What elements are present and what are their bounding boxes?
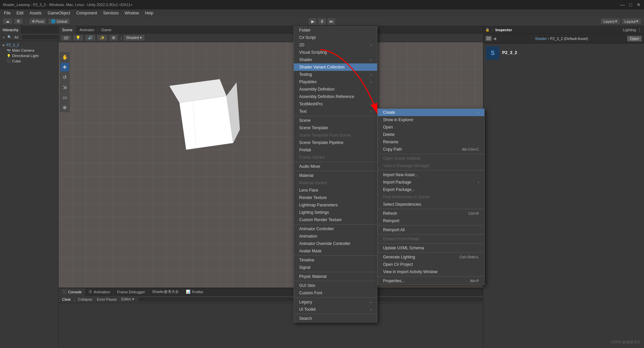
ctx-item-assembly-definition-reference[interactable]: Assembly Definition Reference [294, 93, 377, 100]
rotate-tool[interactable]: ↺ [60, 72, 69, 82]
minimize-button[interactable]: — [620, 2, 625, 7]
all-filter[interactable]: All [13, 35, 19, 40]
maximize-button[interactable]: □ [628, 2, 633, 7]
tab-animator[interactable]: Animator [76, 26, 98, 34]
tab-profiler[interactable]: 📊 Profiler [182, 288, 207, 296]
ctx-item-legacy[interactable]: Legacy› [294, 298, 377, 306]
ctx-item-r-import-new-asset---[interactable]: Import New Asset... [378, 171, 484, 179]
ctx-item-r-export-package---[interactable]: Export Package... [378, 186, 484, 193]
ctx-item-folder[interactable]: Folder [294, 27, 377, 34]
ctx-item-material[interactable]: Material [294, 172, 377, 179]
ctx-item-r-properties---[interactable]: Properties...Alt+P [378, 277, 484, 285]
ctx-item-r-import-package[interactable]: Import Package› [378, 179, 484, 186]
ctx-item-lens-flare[interactable]: Lens Flare [294, 187, 377, 194]
collapse-button[interactable]: Collapse [76, 297, 94, 302]
tab-shader-ref[interactable]: Shader参考大全 [149, 288, 182, 296]
global-button[interactable]: 🌐 Global [48, 18, 70, 24]
prev-icon[interactable]: ◀ [493, 36, 496, 41]
ctx-item-r-reimport[interactable]: Reimport [378, 217, 484, 225]
ctx-item-physic-material[interactable]: Physic Material [294, 273, 377, 280]
list-item[interactable]: 💡 Directional Light [5, 53, 57, 58]
ctx-item-r-show-in-explorer[interactable]: Show in Explorer [378, 116, 484, 123]
ctx-item-r-generate-lighting[interactable]: Generate LightingCtrl+Shift+L [378, 253, 484, 261]
tab-frame-debugger[interactable]: Frame Debugger [114, 288, 149, 296]
layout-button[interactable]: Layout ▾ [622, 18, 641, 24]
open-button[interactable]: Open [627, 36, 642, 42]
ctx-item-scene-template-pipeline[interactable]: Scene Template Pipeline [294, 139, 377, 146]
ctx-item-text[interactable]: Text› [294, 108, 377, 115]
ctx-item-r-copy-path[interactable]: Copy PathAlt+Ctrl+C [378, 146, 484, 153]
pause-button[interactable]: ⏸ [318, 18, 326, 25]
scale-tool[interactable]: ⇲ [60, 83, 69, 92]
panel-options-icon[interactable]: ⋮ [637, 27, 642, 33]
step-button[interactable]: ⏭ [327, 18, 336, 25]
settings-button[interactable]: ⚙ [14, 18, 23, 24]
ctx-item-gui-skin[interactable]: GUI Skin [294, 282, 377, 289]
ctx-item-avatar-mask[interactable]: Avatar Mask [294, 247, 377, 255]
ctx-item-render-texture[interactable]: Render Texture [294, 194, 377, 201]
ctx-item-r-view-in-import-activity-window[interactable]: View in Import Activity Window [378, 268, 484, 276]
ctx-item-textmeshpro[interactable]: TextMeshPro› [294, 100, 377, 108]
ctx-item-animator-controller[interactable]: Animator Controller [294, 225, 377, 233]
scene-light-button[interactable]: 💡 [73, 35, 84, 41]
list-item[interactable]: ⬛ Cube [5, 58, 57, 64]
ctx-item-scene[interactable]: Scene [294, 117, 377, 124]
right-context-menu[interactable]: Create›Show in ExplorerOpenDeleteRenameC… [377, 108, 485, 285]
menu-item-component[interactable]: Component [73, 10, 100, 16]
transform-tool[interactable]: ⊕ [60, 103, 69, 112]
menu-item-edit[interactable]: Edit [14, 10, 26, 16]
ctx-item-prefab[interactable]: Prefab [294, 146, 377, 154]
ctx-item-ui-toolkit[interactable]: UI Toolkit› [294, 306, 377, 313]
ctx-item-r-reimport-all[interactable]: Reimport All [378, 226, 484, 234]
clear-button[interactable]: Clear [61, 297, 72, 302]
ctx-item-custom-render-texture[interactable]: Custom Render Texture [294, 216, 377, 223]
ctx-item-r-rename[interactable]: Rename [378, 138, 484, 146]
ctx-item-r-open[interactable]: Open [378, 123, 484, 131]
lighting-tab[interactable]: Lighting [623, 28, 636, 32]
list-item[interactable]: 📷 Main Camera [5, 48, 57, 53]
ctx-item-r-open-c#-project[interactable]: Open C# Project [378, 261, 484, 268]
move-tool[interactable]: ✚ [60, 62, 69, 72]
ctx-item-search[interactable]: Search [294, 315, 377, 322]
ctx-item-audio-mixer[interactable]: Audio Mixer [294, 163, 377, 170]
ctx-item-signal[interactable]: Signal [294, 264, 377, 271]
ctx-item-animation[interactable]: Animation [294, 233, 377, 240]
ctx-item-visual-scripting[interactable]: Visual Scripting [294, 49, 377, 56]
scene-audio-button[interactable]: 🔊 [85, 35, 96, 41]
pivot-button[interactable]: ⊕ Pivot [29, 18, 47, 24]
close-button[interactable]: ✕ [636, 2, 641, 7]
hand-tool[interactable]: ✋ [60, 52, 69, 62]
ctx-item-c#-script[interactable]: C# Script [294, 34, 377, 41]
menu-item-help[interactable]: Help [142, 10, 156, 16]
scene-2d-button[interactable]: 2D [61, 35, 71, 41]
ctx-item-custom-font[interactable]: Custom Font [294, 289, 377, 297]
left-context-menu[interactable]: FolderC# Script2D›Visual ScriptingShader… [293, 26, 377, 322]
ctx-item-timeline[interactable]: Timeline [294, 256, 377, 264]
menu-item-services[interactable]: Services [100, 10, 121, 16]
ctx-item-testing[interactable]: Testing› [294, 71, 377, 78]
ctx-item-lightmap-parameters[interactable]: Lightmap Parameters [294, 201, 377, 209]
scene-mode-button[interactable]: Shaded ▾ [123, 35, 145, 41]
tab-animation[interactable]: ⏱ Animation [85, 288, 114, 296]
ctx-item-shader-variant-collection[interactable]: Shader Variant Collection [294, 63, 377, 71]
play-button[interactable]: ▶ [308, 18, 317, 25]
menu-item-gameobject[interactable]: GameObject [45, 10, 73, 16]
scene-fx-button[interactable]: ✨ [97, 35, 108, 41]
rect-tool[interactable]: ▭ [60, 93, 69, 102]
tab-console[interactable]: ⬛ Console [59, 288, 85, 296]
ctx-item-r-refresh[interactable]: RefreshCtrl+R [378, 210, 484, 217]
account-button[interactable]: ☁ [3, 18, 12, 24]
tab-scene[interactable]: Scene [59, 26, 76, 34]
ctx-item-animator-override-controller[interactable]: Animator Override Controller [294, 240, 377, 247]
ctx-item-assembly-definition[interactable]: Assembly Definition [294, 86, 377, 93]
scene-grid-button[interactable]: ⊞ [109, 35, 118, 41]
ctx-item-r-select-dependencies[interactable]: Select Dependencies [378, 201, 484, 208]
add-button[interactable]: + [1, 35, 6, 40]
menu-item-assets[interactable]: Assets [27, 10, 44, 16]
error-pause-button[interactable]: Error Pause [96, 297, 118, 302]
ctx-item-r-delete[interactable]: Delete [378, 131, 484, 138]
ctx-item-r-update-uxml-schema[interactable]: Update UXML Schema [378, 244, 484, 252]
ctx-item-lighting-settings[interactable]: Lighting Settings [294, 209, 377, 216]
tab-hierarchy[interactable]: Hierarchy [0, 26, 21, 34]
tab-game[interactable]: Game [98, 26, 115, 34]
